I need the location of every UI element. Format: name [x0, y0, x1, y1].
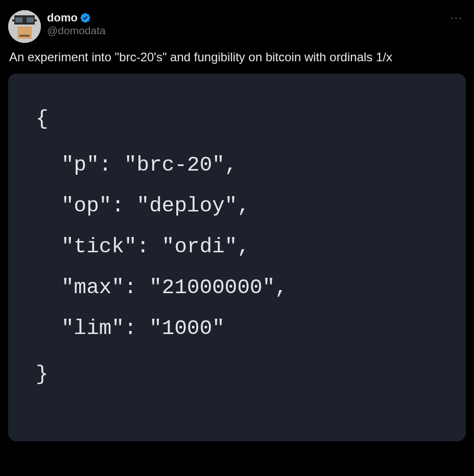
- svg-rect-7: [19, 35, 30, 37]
- code-line: "tick": "ordi",: [36, 227, 438, 268]
- svg-rect-3: [27, 17, 34, 22]
- code-line-open: {: [36, 99, 438, 140]
- user-handle[interactable]: @domodata: [47, 25, 106, 37]
- code-line: "op": "deploy",: [36, 186, 438, 227]
- code-line: "p": "brc-20",: [36, 145, 438, 186]
- code-line: "lim": "1000": [36, 308, 438, 349]
- svg-rect-2: [15, 17, 22, 22]
- name-row: domo: [47, 11, 106, 25]
- svg-rect-5: [34, 19, 37, 21]
- avatar[interactable]: [8, 10, 41, 43]
- code-line: "max": "21000000",: [36, 268, 438, 308]
- tweet-container: ··· domo @domodata An exper: [6, 6, 468, 445]
- more-options-button[interactable]: ···: [451, 11, 463, 25]
- user-info: domo @domodata: [47, 10, 106, 37]
- verified-badge-icon: [80, 12, 91, 23]
- svg-rect-6: [17, 27, 32, 39]
- svg-rect-4: [12, 19, 15, 21]
- code-line-close: }: [36, 354, 438, 395]
- tweet-header: domo @domodata: [8, 10, 466, 43]
- display-name[interactable]: domo: [47, 11, 78, 25]
- code-block: { "p": "brc-20", "op": "deploy", "tick":…: [8, 74, 466, 441]
- tweet-text: An experiment into "brc-20's" and fungib…: [8, 49, 466, 65]
